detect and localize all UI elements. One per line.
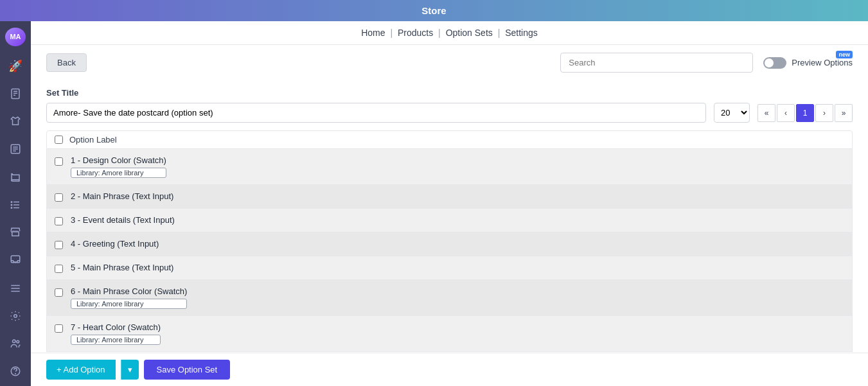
set-title-input[interactable] [46, 103, 706, 123]
nav-products[interactable]: Products [398, 28, 433, 38]
option-row-content: 4 - Greeting (Text Input) [71, 239, 159, 249]
add-option-button[interactable]: + Add Option [46, 360, 116, 380]
option-checkbox-5[interactable] [55, 265, 63, 273]
per-page-select[interactable]: 20 50 100 [714, 103, 750, 123]
set-title-row: 20 50 100 « ‹ 1 › » [46, 103, 853, 123]
pagination-last[interactable]: » [835, 104, 853, 122]
pagination-next[interactable]: › [815, 104, 833, 122]
sidebar-icon-help[interactable] [5, 364, 26, 380]
pagination-first[interactable]: « [757, 104, 775, 122]
sidebar-icon-inbox[interactable] [5, 252, 26, 268]
sidebar-icon-users[interactable] [5, 336, 26, 352]
option-checkbox-3[interactable] [55, 217, 63, 225]
pagination-prev[interactable]: ‹ [777, 104, 795, 122]
bottom-toolbar: + Add Option ▾ Save Option Set [31, 353, 868, 386]
option-row-title: 4 - Greeting (Text Input) [71, 239, 159, 249]
option-row: 7 - Heart Color (Swatch) Library: Amore … [46, 316, 853, 352]
save-option-set-button[interactable]: Save Option Set [144, 360, 231, 380]
svg-point-20 [17, 340, 19, 343]
search-input[interactable] [560, 53, 753, 73]
option-label-header: Option Label [69, 135, 117, 145]
pagination: « ‹ 1 › » [757, 104, 853, 122]
preview-toggle-wrap: new Preview Options [763, 57, 853, 69]
option-row-title: 1 - Design Color (Swatch) [71, 155, 166, 165]
set-title-label: Set Title [46, 88, 853, 98]
select-all-checkbox[interactable] [55, 136, 63, 144]
nav-settings[interactable]: Settings [505, 28, 538, 38]
svg-point-13 [11, 207, 12, 209]
new-badge: new [836, 51, 853, 58]
option-row-content: 3 - Event details (Text Input) [71, 215, 175, 225]
option-checkbox-4[interactable] [55, 241, 63, 249]
options-header: Option Label [46, 130, 853, 149]
add-option-dropdown[interactable]: ▾ [121, 360, 139, 380]
sidebar-icon-gear[interactable] [5, 308, 26, 324]
option-row: 6 - Main Phrase Color (Swatch) Library: … [46, 280, 853, 316]
option-checkbox-2[interactable] [55, 193, 63, 202]
option-row: 5 - Main Phrase (Text Input) [46, 256, 853, 280]
sidebar-icon-store[interactable] [5, 224, 26, 240]
option-checkbox-6[interactable] [55, 288, 63, 297]
option-row: 4 - Greeting (Text Input) [46, 232, 853, 256]
nav-option-sets[interactable]: Option Sets [446, 28, 493, 38]
option-row-title: 3 - Event details (Text Input) [71, 215, 175, 225]
options-list: Option Label 1 - Design Color (Swatch) L… [46, 130, 853, 352]
sidebar-icon-text[interactable] [5, 141, 26, 157]
option-row-title: 7 - Heart Color (Swatch) [71, 322, 161, 332]
option-row-content: 7 - Heart Color (Swatch) Library: Amore … [71, 322, 161, 345]
content-area: Home | Products | Option Sets | Settings… [31, 21, 868, 386]
back-button[interactable]: Back [46, 53, 87, 72]
option-row-title: 6 - Main Phrase Color (Swatch) [71, 286, 187, 296]
nav-home[interactable]: Home [361, 28, 385, 38]
avatar[interactable]: MA [5, 28, 26, 46]
option-row-content: 1 - Design Color (Swatch) Library: Amore… [71, 155, 166, 178]
option-checkbox-7[interactable] [55, 324, 63, 333]
sidebar-icon-book[interactable] [5, 169, 26, 185]
option-row-title: 5 - Main Phrase (Text Input) [71, 263, 173, 272]
app-title: Store [421, 5, 446, 16]
sidebar-icon-shirt[interactable] [5, 113, 26, 129]
sidebar-icon-rocket[interactable]: 🚀 [5, 58, 26, 74]
option-row: 3 - Event details (Text Input) [46, 209, 853, 232]
option-row-content: 6 - Main Phrase Color (Swatch) Library: … [71, 286, 187, 309]
toolbar: Back new Preview Options [31, 45, 868, 80]
svg-point-12 [11, 204, 12, 206]
library-badge: Library: Amore library [71, 299, 187, 309]
pagination-current[interactable]: 1 [796, 104, 814, 122]
library-badge: Library: Amore library [71, 168, 166, 178]
nav-bar: Home | Products | Option Sets | Settings [31, 21, 868, 45]
preview-label: Preview Options [792, 58, 853, 67]
sidebar-icon-list[interactable] [5, 197, 26, 213]
sidebar: MA 🚀 [0, 21, 31, 386]
option-checkbox-1[interactable] [55, 157, 63, 166]
svg-point-18 [14, 315, 17, 318]
sidebar-icon-menu[interactable] [5, 280, 26, 296]
option-row: 1 - Design Color (Swatch) Library: Amore… [46, 149, 853, 185]
svg-point-22 [15, 374, 16, 374]
top-bar: Store [0, 0, 868, 21]
option-row: 2 - Main Phrase (Text Input) [46, 185, 853, 209]
svg-point-11 [11, 202, 12, 203]
preview-toggle[interactable] [763, 57, 786, 69]
svg-rect-14 [11, 256, 20, 263]
sidebar-icon-page[interactable] [5, 85, 26, 101]
svg-point-19 [13, 340, 16, 343]
page-content: Set Title 20 50 100 « ‹ 1 › » [31, 80, 868, 353]
option-row-content: 2 - Main Phrase (Text Input) [71, 191, 173, 201]
search-wrap [560, 53, 753, 73]
option-row-title: 2 - Main Phrase (Text Input) [71, 191, 173, 201]
option-row-content: 5 - Main Phrase (Text Input) [71, 263, 173, 272]
library-badge: Library: Amore library [71, 335, 161, 345]
